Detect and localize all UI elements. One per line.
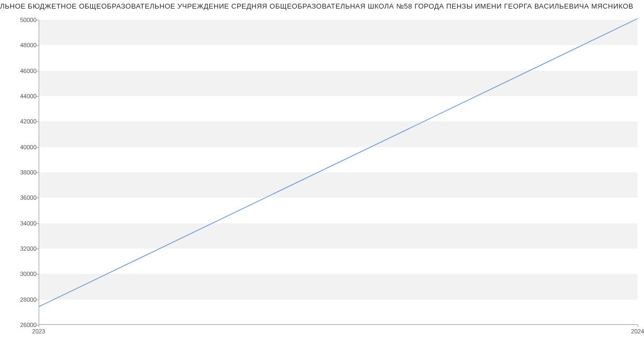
y-tick-label: 50000 bbox=[4, 17, 36, 23]
y-tick-mark bbox=[36, 121, 39, 122]
y-tick-mark bbox=[36, 172, 39, 173]
y-tick-mark bbox=[36, 249, 39, 249]
chart-title: ЛЬНОЕ БЮДЖЕТНОЕ ОБЩЕОБРАЗОВАТЕЛЬНОЕ УЧРЕ… bbox=[0, 0, 644, 10]
y-tick-mark bbox=[36, 223, 39, 224]
x-tick-mark bbox=[638, 325, 638, 327]
y-tick-mark bbox=[36, 71, 39, 71]
x-tick-label: 2023 bbox=[32, 328, 45, 335]
data-line bbox=[39, 19, 638, 307]
plot-area bbox=[39, 20, 638, 325]
y-tick-mark bbox=[36, 147, 39, 148]
chart-container: 2600028000300003200034000360003800040000… bbox=[0, 10, 644, 346]
y-tick-mark bbox=[36, 274, 39, 274]
y-tick-label: 40000 bbox=[4, 144, 36, 150]
y-tick-label: 48000 bbox=[4, 42, 36, 48]
y-tick-label: 44000 bbox=[4, 93, 36, 99]
y-tick-mark bbox=[36, 96, 39, 97]
y-tick-label: 34000 bbox=[4, 220, 36, 227]
chart-svg bbox=[39, 20, 638, 324]
y-tick-label: 32000 bbox=[4, 245, 36, 252]
y-tick-label: 46000 bbox=[4, 68, 36, 74]
x-tick-label: 2024 bbox=[631, 328, 644, 335]
y-tick-label: 36000 bbox=[4, 194, 36, 201]
y-tick-label: 28000 bbox=[4, 296, 36, 303]
y-tick-label: 26000 bbox=[4, 322, 36, 328]
y-tick-mark bbox=[36, 45, 39, 46]
y-tick-label: 38000 bbox=[4, 169, 36, 176]
y-tick-mark bbox=[36, 20, 39, 20]
y-tick-mark bbox=[36, 300, 39, 300]
y-tick-label: 42000 bbox=[4, 118, 36, 125]
y-tick-mark bbox=[36, 198, 39, 198]
y-tick-label: 30000 bbox=[4, 271, 36, 277]
x-tick-mark bbox=[39, 325, 39, 327]
